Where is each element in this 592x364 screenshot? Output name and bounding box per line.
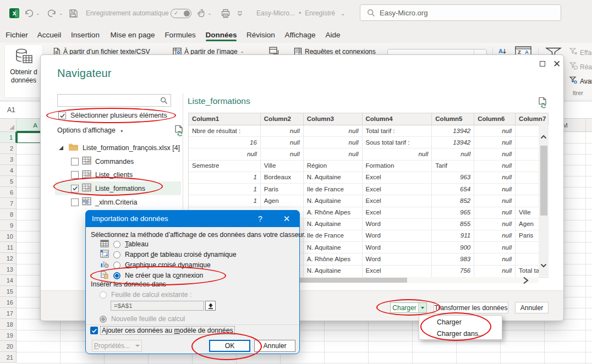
ok-button[interactable]: OK [209, 340, 250, 352]
pivot-chart-option[interactable]: Graphique croisé dynamique [100, 260, 211, 270]
tree-item-checkbox[interactable] [71, 158, 79, 166]
filter-button[interactable] [545, 47, 562, 55]
import-close-button[interactable]: ✕ [280, 213, 293, 225]
navigator-search-input[interactable] [57, 94, 171, 107]
pivot-report-option[interactable]: Rapport de tableau croisé dynamique [100, 250, 237, 260]
ribbon-tab-fichier[interactable]: Fichier [7, 26, 27, 43]
collapse-dialog-button[interactable] [205, 301, 216, 311]
tree-root-workbook[interactable]: Liste_formation_françois.xlsx [4] [41, 141, 183, 155]
tree-item-_xlnm.criteria[interactable]: _xlnm.Criteria [41, 195, 183, 209]
load-button[interactable]: Charger [391, 303, 418, 312]
row-header-18[interactable]: 18 [0, 319, 17, 330]
add-to-data-model-checkbox[interactable] [90, 327, 98, 334]
search-bar[interactable]: Easy-Micro.org [360, 4, 561, 21]
quick-print-button[interactable] [221, 0, 231, 26]
redo-button[interactable]: ⌄ [47, 0, 63, 26]
row-header-4[interactable]: 4 [0, 165, 17, 176]
tree-expander-icon[interactable] [59, 146, 63, 150]
navigator-cancel-button[interactable]: Annuler [515, 302, 549, 313]
transform-data-button[interactable]: Transformer les données [434, 302, 508, 313]
table-option[interactable]: Tableau [100, 239, 149, 249]
filter-action-effac[interactable]: Effac [569, 48, 592, 57]
import-cancel-button[interactable]: Annuler [254, 340, 295, 352]
row-header-14[interactable]: 14 [0, 275, 17, 286]
maximize-button[interactable] [536, 58, 549, 70]
ribbon-tab-données[interactable]: Données [206, 26, 237, 43]
ribbon-tab-accueil[interactable]: Accueil [38, 26, 61, 43]
preview-column-header-7: Column7 [516, 113, 549, 125]
select-all-corner[interactable] [0, 119, 17, 131]
vertical-scrollbar-thumb[interactable] [540, 146, 547, 216]
row-header-5[interactable]: 5 [0, 176, 17, 187]
ribbon-tab-affichage[interactable]: Affichage [286, 26, 315, 43]
connection-only-option-radio[interactable] [113, 272, 120, 279]
preview-refresh-button[interactable] [538, 97, 548, 110]
row-header-6[interactable]: 6 [0, 187, 17, 198]
ribbon-tab-révision[interactable]: Révision [248, 26, 274, 43]
ribbon-tab-mise-en-page[interactable]: Mise en page [111, 26, 155, 43]
scroll-up-icon[interactable] [540, 133, 547, 141]
row-header-15[interactable]: 15 [0, 286, 17, 297]
customize-toolbar-button[interactable] [237, 0, 243, 26]
row-header-19[interactable]: 19 [0, 330, 17, 341]
ribbon-tab-aide[interactable]: Aide [326, 26, 340, 43]
row-header-17[interactable]: 17 [0, 308, 17, 319]
add-to-data-model-row[interactable]: Ajouter ces données au modèle de données [90, 326, 235, 335]
properties-button[interactable]: Propriétés... [92, 340, 142, 352]
tree-item-commandes[interactable]: Commandes [41, 155, 183, 168]
select-multiple-checkbox[interactable] [58, 112, 66, 119]
existing-sheet-option[interactable]: Feuille de calcul existante : [100, 290, 191, 300]
help-button[interactable]: ? [255, 213, 266, 224]
touch-mode-button[interactable]: ⌄ [196, 0, 212, 26]
redo-dropdown-chevron[interactable]: ⌄ [59, 10, 63, 16]
tree-item-liste_formations[interactable]: Liste_formations [41, 181, 183, 195]
saved-status-chevron[interactable]: ⌄ [341, 10, 345, 16]
row-header-11[interactable]: 11 [0, 242, 17, 253]
row-header-9[interactable]: 9 [0, 220, 17, 231]
undo-dropdown-chevron[interactable]: ⌄ [36, 10, 40, 16]
ribbon-tab-formules[interactable]: Formules [166, 26, 195, 43]
row-header-8[interactable]: 8 [0, 209, 17, 220]
tree-item-checkbox[interactable] [71, 198, 79, 206]
row-header-13[interactable]: 13 [0, 264, 17, 275]
close-button[interactable]: ✕ [550, 57, 564, 71]
ribbon-tab-insertion[interactable]: Insertion [71, 26, 100, 43]
excel-app-icon[interactable]: x [9, 8, 19, 18]
new-sheet-option[interactable]: Nouvelle feuille de calcul [100, 314, 185, 324]
row-header-3[interactable]: 3 [0, 154, 17, 165]
table-option-radio[interactable] [113, 241, 120, 248]
select-multiple-checkbox-row[interactable]: Sélectionner plusieurs éléments [58, 112, 167, 119]
name-box[interactable]: A1 [7, 102, 15, 118]
tree-item-checkbox[interactable] [71, 171, 79, 179]
more-columns-button[interactable] [522, 277, 529, 286]
undo-button[interactable]: ⌄ [24, 0, 40, 26]
row-header-10[interactable]: 10 [0, 231, 17, 242]
menu-item-charger[interactable]: Charger [420, 316, 501, 328]
existing-sheet-radio[interactable] [100, 291, 107, 299]
row-header-2[interactable]: 2 [0, 143, 17, 154]
get-data-button[interactable]: Obtenir d données [5, 45, 42, 97]
row-header-21[interactable]: 21 [0, 352, 17, 363]
document-title[interactable]: Easy-Micro... • Enregistré ⌄ [256, 0, 345, 26]
touch-mode-chevron[interactable]: ⌄ [207, 10, 212, 16]
tree-item-checkbox[interactable] [71, 185, 79, 192]
row-header-7[interactable]: 7 [0, 198, 17, 209]
row-header-1[interactable]: 1 [0, 132, 17, 143]
tree-item-liste_clients[interactable]: Liste_clients [41, 168, 183, 182]
load-dropdown-button[interactable] [418, 303, 426, 312]
save-button[interactable] [68, 0, 79, 26]
pivot-chart-option-radio[interactable] [113, 262, 120, 269]
pivot-report-option-radio[interactable] [113, 251, 120, 258]
row-header-16[interactable]: 16 [0, 297, 17, 308]
scroll-down-icon[interactable] [540, 262, 547, 269]
vertical-scrollbar[interactable] [539, 125, 549, 277]
new-sheet-radio[interactable] [100, 316, 107, 323]
row-header-20[interactable]: 20 [0, 341, 17, 352]
menu-item-charger-dans[interactable]: Charger dans... [420, 328, 501, 340]
connection-only-option[interactable]: Ne créer que la connexion [100, 271, 203, 280]
cell-reference-input[interactable]: =$A$1 [111, 301, 204, 311]
filter-action-avan[interactable]: Avan [569, 76, 592, 86]
autosave-toggle[interactable]: ✓ [171, 0, 191, 26]
filter-action-réap[interactable]: Réap [569, 62, 592, 71]
row-header-12[interactable]: 12 [0, 253, 17, 264]
